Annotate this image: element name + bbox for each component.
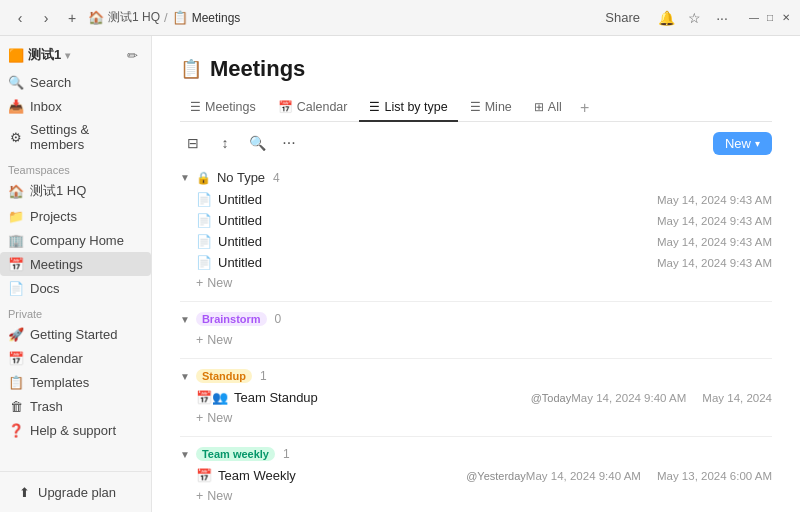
layout: 🟧 测试1 ▾ ✏ 🔍 Search 📥 Inbox ⚙ Settings & … — [0, 36, 800, 512]
page-title-icon: 📋 — [180, 58, 202, 80]
group-tag-standup: Standup — [196, 369, 252, 383]
hq-icon: 🏠 — [8, 183, 24, 199]
tab-all[interactable]: ⊞ All — [524, 94, 572, 122]
tab-mine[interactable]: ☰ Mine — [460, 94, 522, 122]
plus-icon: + — [196, 333, 203, 347]
workspace-name[interactable]: 🟧 测试1 ▾ — [8, 46, 70, 64]
workspace-icon: 🟧 — [8, 48, 24, 63]
projects-icon: 📁 — [8, 208, 24, 224]
sidebar-item-meetings[interactable]: 📅 Meetings — [0, 252, 151, 276]
sidebar-bottom: ⬆ Upgrade plan — [0, 471, 151, 512]
group-header-team-weekly[interactable]: ▼ Team weekly 1 — [180, 441, 772, 465]
list-item[interactable]: 📄 Untitled May 14, 2024 9:43 AM — [180, 210, 772, 231]
plus-icon: + — [196, 276, 203, 290]
group-header-no-type[interactable]: ▼ 🔒 No Type 4 — [180, 164, 772, 189]
doc-icon: 📄 — [196, 213, 212, 228]
getting-started-icon: 🚀 — [8, 326, 24, 342]
more-options-icon[interactable]: ··· — [712, 8, 732, 28]
more-button[interactable]: ··· — [276, 130, 302, 156]
new-chevron-icon: ▾ — [755, 138, 760, 149]
upgrade-plan-button[interactable]: ⬆ Upgrade plan — [8, 480, 143, 504]
maximize-button[interactable]: □ — [764, 12, 776, 24]
sidebar-item-inbox[interactable]: 📥 Inbox — [0, 94, 151, 118]
sidebar-item-projects[interactable]: 📁 Projects — [0, 204, 151, 228]
add-button[interactable]: + — [60, 6, 84, 30]
group-brainstorm: ▼ Brainstorm 0 + New — [180, 306, 772, 350]
sidebar-item-getting-started[interactable]: 🚀 Getting Started — [0, 322, 151, 346]
toolbar: ⊟ ↕ 🔍 ··· New ▾ — [152, 122, 800, 164]
sidebar-item-company-home[interactable]: 🏢 Company Home — [0, 228, 151, 252]
divider — [180, 301, 772, 302]
tab-mine-icon: ☰ — [470, 100, 481, 114]
tabs: ☰ Meetings 📅 Calendar ☰ List by type ☰ M… — [180, 94, 772, 122]
sidebar: 🟧 测试1 ▾ ✏ 🔍 Search 📥 Inbox ⚙ Settings & … — [0, 36, 152, 512]
plus-icon: + — [196, 489, 203, 503]
search-button[interactable]: 🔍 — [244, 130, 270, 156]
share-button[interactable]: Share — [597, 8, 648, 27]
sidebar-item-hq[interactable]: 🏠 测试1 HQ — [0, 178, 151, 204]
tab-meetings[interactable]: ☰ Meetings — [180, 94, 266, 122]
plus-icon: + — [196, 411, 203, 425]
sidebar-item-templates[interactable]: 📋 Templates — [0, 370, 151, 394]
notifications-icon[interactable]: 🔔 — [656, 8, 676, 28]
trash-icon: 🗑 — [8, 398, 24, 414]
new-page-icon[interactable]: ✏ — [121, 44, 143, 66]
breadcrumb-page-icon: 📋 — [172, 10, 188, 25]
group-chevron-no-type: ▼ — [180, 172, 190, 183]
group-team-weekly: ▼ Team weekly 1 📅 Team Weekly @Yesterday… — [180, 441, 772, 506]
breadcrumb-page[interactable]: Meetings — [192, 11, 241, 25]
group-tag-weekly: Team weekly — [196, 447, 275, 461]
list-item[interactable]: 📄 Untitled May 14, 2024 9:43 AM — [180, 231, 772, 252]
sidebar-item-search[interactable]: 🔍 Search — [0, 70, 151, 94]
doc-icon: 📄 — [196, 192, 212, 207]
meetings-icon: 📅 — [8, 256, 24, 272]
star-icon[interactable]: ☆ — [684, 8, 704, 28]
list-item[interactable]: 📅 Team Weekly @Yesterday May 14, 2024 9:… — [180, 465, 772, 486]
group-chevron-weekly: ▼ — [180, 449, 190, 460]
breadcrumb-sep: / — [164, 10, 168, 25]
chevron-down-icon: ▾ — [65, 50, 70, 61]
group-label-no-type: No Type — [217, 170, 265, 185]
teamspaces-label: Teamspaces — [0, 156, 151, 178]
divider — [180, 358, 772, 359]
tab-list-by-type[interactable]: ☰ List by type — [359, 94, 457, 122]
new-button[interactable]: New ▾ — [713, 132, 772, 155]
tab-calendar[interactable]: 📅 Calendar — [268, 94, 358, 122]
inbox-icon: 📥 — [8, 98, 24, 114]
add-new-standup[interactable]: + New — [180, 408, 772, 428]
add-new-brainstorm[interactable]: + New — [180, 330, 772, 350]
sidebar-item-settings[interactable]: ⚙ Settings & members — [0, 118, 151, 156]
tab-meetings-icon: ☰ — [190, 100, 201, 114]
group-header-standup[interactable]: ▼ Standup 1 — [180, 363, 772, 387]
group-count-weekly: 1 — [283, 447, 290, 461]
tab-calendar-icon: 📅 — [278, 100, 293, 114]
doc-icon: 📄 — [196, 234, 212, 249]
add-new-no-type[interactable]: + New — [180, 273, 772, 293]
doc-icon: 📄 — [196, 255, 212, 270]
forward-button[interactable]: › — [34, 6, 58, 30]
breadcrumb-home-icon: 🏠 — [88, 10, 104, 25]
sidebar-item-trash[interactable]: 🗑 Trash — [0, 394, 151, 418]
sidebar-item-help[interactable]: ❓ Help & support — [0, 418, 151, 442]
list-item[interactable]: 📄 Untitled May 14, 2024 9:43 AM — [180, 189, 772, 210]
sidebar-item-docs[interactable]: 📄 Docs — [0, 276, 151, 300]
tab-all-icon: ⊞ — [534, 100, 544, 114]
minimize-button[interactable]: — — [748, 12, 760, 24]
filter-button[interactable]: ⊟ — [180, 130, 206, 156]
list-item[interactable]: 📄 Untitled May 14, 2024 9:43 AM — [180, 252, 772, 273]
add-new-weekly[interactable]: + New — [180, 486, 772, 506]
content: ▼ 🔒 No Type 4 📄 Untitled May 14, 2024 9:… — [152, 164, 800, 512]
group-header-brainstorm[interactable]: ▼ Brainstorm 0 — [180, 306, 772, 330]
group-count-no-type: 4 — [273, 171, 280, 185]
add-tab-button[interactable]: + — [574, 97, 596, 119]
close-button[interactable]: ✕ — [780, 12, 792, 24]
back-button[interactable]: ‹ — [8, 6, 32, 30]
sort-button[interactable]: ↕ — [212, 130, 238, 156]
tab-list-icon: ☰ — [369, 100, 380, 114]
main-header: 📋 Meetings ☰ Meetings 📅 Calendar ☰ List … — [152, 36, 800, 122]
page-title: 📋 Meetings — [180, 56, 772, 82]
list-item[interactable]: 📅👥 Team Standup @Today May 14, 2024 9:40… — [180, 387, 772, 408]
sidebar-item-calendar[interactable]: 📅 Calendar — [0, 346, 151, 370]
docs-icon: 📄 — [8, 280, 24, 296]
breadcrumb-workspace[interactable]: 测试1 HQ — [108, 9, 160, 26]
